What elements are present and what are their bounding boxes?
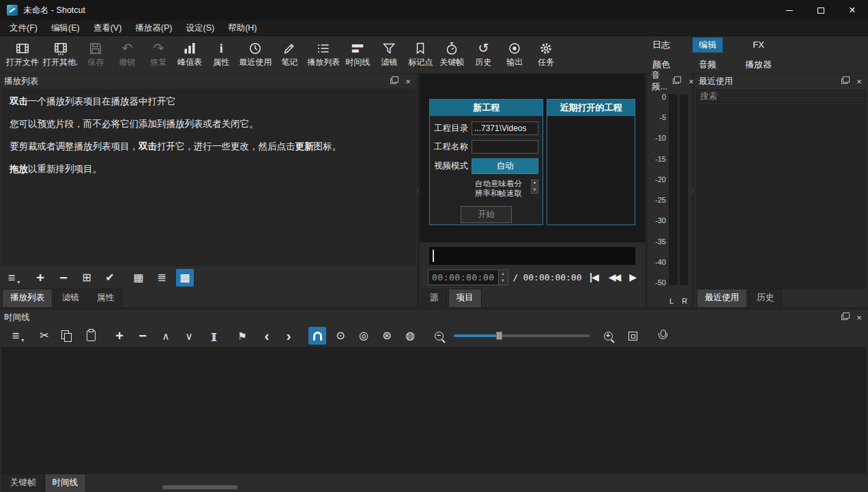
ripple-all-tracks-button[interactable]: ⊛ bbox=[378, 327, 396, 345]
spin-up-icon[interactable]: ▲ bbox=[499, 270, 508, 278]
timeline-float-button[interactable] bbox=[839, 313, 849, 322]
zoom-in-button[interactable]: + bbox=[599, 327, 617, 345]
split-button[interactable]: ][ bbox=[205, 327, 222, 345]
previous-marker-button[interactable]: ‹ bbox=[258, 327, 276, 345]
markers-button[interactable]: 标记点 bbox=[405, 38, 436, 72]
keyframes-button[interactable]: 关键帧 bbox=[436, 38, 467, 72]
recent-search-input[interactable] bbox=[696, 89, 867, 103]
audio-float-button[interactable] bbox=[671, 76, 681, 86]
menu-file[interactable]: 文件(F) bbox=[3, 20, 44, 36]
timeline-tracks-area[interactable] bbox=[1, 347, 867, 474]
tab-properties[interactable]: 属性 bbox=[89, 289, 122, 307]
tab-keyframes[interactable]: 关键帧 bbox=[2, 474, 44, 492]
tab-history[interactable]: 历史 bbox=[749, 289, 782, 307]
ripple-markers-button[interactable]: ◍ bbox=[401, 327, 419, 345]
spin-down-icon[interactable]: ▼ bbox=[531, 187, 538, 194]
append-button[interactable]: + bbox=[111, 327, 128, 345]
playlist-icon-view-button[interactable]: ▩ bbox=[176, 269, 194, 287]
recent-files-list[interactable] bbox=[696, 104, 867, 289]
layout-editing[interactable]: 编辑 bbox=[693, 38, 723, 53]
project-name-input[interactable] bbox=[472, 140, 538, 154]
start-button[interactable]: 开始 bbox=[461, 206, 512, 223]
timeline-menu-button[interactable]: ≡▾ bbox=[7, 327, 25, 345]
layout-fx[interactable]: FX bbox=[747, 38, 770, 51]
playhead-caret[interactable] bbox=[433, 250, 434, 262]
play-button[interactable]: ▶ bbox=[629, 272, 637, 282]
spin-up-icon[interactable]: ▲ bbox=[531, 179, 538, 186]
filters-button[interactable]: 滤镜 bbox=[373, 38, 405, 72]
undo-button[interactable]: ↶ 撤销 bbox=[111, 38, 143, 72]
properties-button[interactable]: i 属性 bbox=[205, 38, 237, 72]
zoom-slider-handle[interactable] bbox=[496, 332, 502, 340]
redo-button[interactable]: ↷ 恢复 bbox=[143, 38, 174, 72]
next-marker-button[interactable]: › bbox=[280, 327, 298, 345]
ripple-toggle-button[interactable]: ◎ bbox=[355, 327, 373, 345]
playlist-button[interactable]: 播放列表 bbox=[305, 38, 342, 72]
project-folder-button[interactable]: ...7371\Videos bbox=[472, 121, 538, 135]
playlist-float-button[interactable] bbox=[388, 76, 398, 86]
open-file-button[interactable]: 打开文件 bbox=[4, 38, 41, 72]
timecode-spinbox[interactable]: 00:00:00:00 ▲ ▼ bbox=[428, 270, 508, 285]
copy-button[interactable] bbox=[57, 327, 75, 345]
scrub-while-dragging-button[interactable]: ⊙ bbox=[332, 327, 349, 345]
spin-down-icon[interactable]: ▼ bbox=[499, 277, 508, 285]
tab-recent[interactable]: 最近使用 bbox=[697, 289, 747, 307]
playlist-update-button[interactable]: ✔ bbox=[101, 269, 119, 287]
layout-player[interactable]: 播放器 bbox=[739, 57, 778, 72]
tab-playlist[interactable]: 播放列表 bbox=[2, 289, 53, 307]
tab-timeline[interactable]: 时间线 bbox=[44, 474, 87, 492]
recent-button[interactable]: 最近使用 bbox=[237, 38, 274, 72]
menu-edit[interactable]: 编辑(E) bbox=[44, 20, 87, 36]
snap-toggle-button[interactable] bbox=[308, 327, 326, 345]
cut-button[interactable]: ✂ bbox=[35, 327, 53, 345]
recent-close-button[interactable]: × bbox=[854, 76, 864, 86]
minimize-button[interactable] bbox=[774, 0, 805, 20]
tab-source[interactable]: 源 bbox=[422, 289, 447, 307]
timeline-horizontal-scrollbar[interactable] bbox=[162, 485, 237, 489]
layout-audio[interactable]: 音频 bbox=[693, 57, 723, 72]
playlist-menu-button[interactable]: ≡▾ bbox=[3, 269, 20, 287]
save-button[interactable]: 保存 bbox=[80, 38, 111, 72]
video-mode-auto-button[interactable]: 自动 bbox=[472, 158, 538, 174]
overwrite-button[interactable]: ∨ bbox=[180, 327, 198, 345]
timeline-close-button[interactable]: × bbox=[854, 313, 864, 322]
zoom-fit-button[interactable] bbox=[624, 327, 641, 345]
zoom-slider[interactable] bbox=[454, 334, 590, 337]
playlist-update-thumbnails-button[interactable]: ⊞ bbox=[78, 269, 96, 287]
maximize-button[interactable] bbox=[805, 0, 837, 20]
playlist-list-view-button[interactable]: ≣ bbox=[153, 269, 171, 287]
player-seekbar[interactable] bbox=[429, 247, 635, 265]
menu-help[interactable]: 帮助(H) bbox=[221, 20, 263, 36]
timeline-button[interactable]: 时间线 bbox=[342, 38, 373, 72]
playlist-detail-view-button[interactable]: ▦ bbox=[130, 269, 147, 287]
export-button[interactable]: 输出 bbox=[499, 38, 530, 72]
peak-meter-button[interactable]: 峰值表 bbox=[174, 38, 205, 72]
recent-projects-list[interactable] bbox=[547, 116, 635, 225]
paste-button[interactable] bbox=[82, 327, 100, 345]
tab-filters[interactable]: 滤镜 bbox=[54, 289, 87, 307]
playlist-close-button[interactable]: × bbox=[403, 76, 413, 86]
tab-project[interactable]: 项目 bbox=[448, 289, 482, 307]
playlist-add-button[interactable]: + bbox=[31, 269, 49, 287]
menu-settings[interactable]: 设定(S) bbox=[179, 20, 221, 36]
history-button[interactable]: ↺ 历史 bbox=[467, 38, 499, 72]
menu-view[interactable]: 查看(V) bbox=[87, 20, 129, 36]
rewind-button[interactable]: ◀◀ bbox=[609, 272, 620, 282]
recent-float-button[interactable] bbox=[839, 76, 849, 86]
zoom-out-button[interactable]: − bbox=[430, 327, 448, 345]
current-timecode[interactable]: 00:00:00:00 bbox=[429, 270, 498, 285]
playlist-remove-button[interactable]: − bbox=[55, 269, 72, 287]
close-button[interactable]: × bbox=[837, 0, 868, 20]
marker-button[interactable]: ⚑ bbox=[233, 327, 251, 345]
hint-spinner[interactable]: ▲ ▼ bbox=[531, 179, 538, 194]
open-other-button[interactable]: 打开其他. bbox=[41, 38, 80, 72]
skip-to-start-button[interactable]: |◀ bbox=[590, 272, 598, 282]
notes-button[interactable]: 笔记 bbox=[274, 38, 305, 72]
jobs-button[interactable]: 任务 bbox=[530, 38, 562, 72]
menu-player[interactable]: 播放器(P) bbox=[128, 20, 179, 36]
record-audio-button[interactable] bbox=[654, 327, 671, 345]
ripple-delete-button[interactable]: − bbox=[134, 327, 151, 345]
layout-logging[interactable]: 日志 bbox=[646, 38, 676, 53]
lift-button[interactable]: ∧ bbox=[157, 327, 175, 345]
splitter-main-timeline[interactable]: ∙∙∙∙ bbox=[0, 307, 868, 310]
